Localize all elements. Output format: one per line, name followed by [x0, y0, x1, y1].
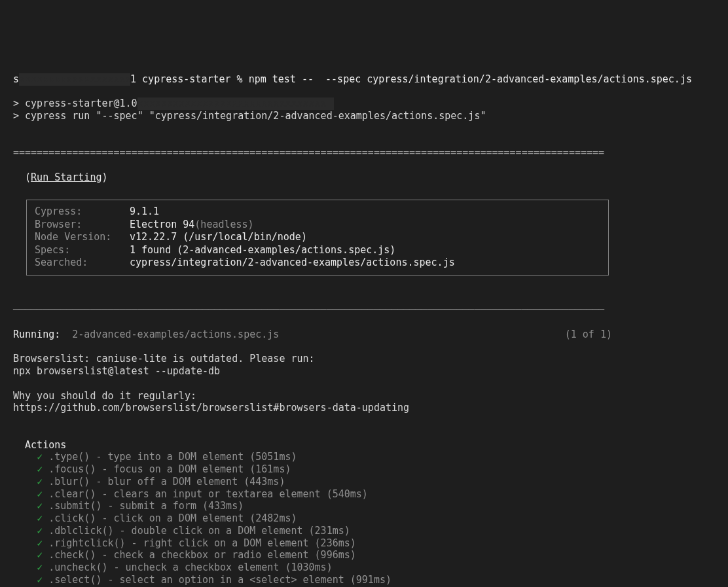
test-result: .click() - click on a DOM element (2482m…: [48, 512, 297, 524]
info-label: Searched:: [35, 257, 130, 270]
info-row-searched: Searched:cypress/integration/2-advanced-…: [35, 257, 600, 270]
run-starting: (Run Starting): [25, 171, 107, 183]
info-label: Cypress:: [35, 205, 130, 219]
checkmark-icon: ✓: [37, 537, 43, 549]
divider-top: ========================================…: [13, 147, 604, 158]
running-label: Running:: [13, 329, 60, 341]
prompt-command: npm test -- --spec cypress/integration/2…: [249, 73, 692, 85]
info-row-browser: Browser:Electron 94 (headless): [35, 219, 600, 232]
info-value: 9.1.1: [130, 205, 159, 219]
divider-mid: ────────────────────────────────────────…: [13, 304, 604, 315]
info-value: v12.22.7 (/usr/local/bin/node): [130, 231, 307, 244]
test-result: .blur() - blur off a DOM element (443ms): [48, 476, 285, 488]
run-starting-label: Run Starting: [31, 171, 101, 183]
test-result: .type() - type into a DOM element (5051m…: [48, 451, 297, 463]
info-label: Node Version:: [35, 231, 130, 244]
info-value: Electron 94: [130, 219, 194, 232]
info-box: Cypress:9.1.1Browser:Electron 94 (headle…: [26, 200, 609, 276]
checkmark-icon: ✓: [37, 561, 43, 573]
info-value: 1 found (2-advanced-examples/actions.spe…: [130, 244, 395, 257]
test-result: .select() - select an option in a <selec…: [48, 574, 391, 586]
info-label: Specs:: [35, 244, 130, 257]
running-count: (1 of 1): [565, 329, 612, 341]
browserslist-line: Browserslist: caniuse-lite is outdated. …: [13, 353, 315, 365]
test-result: .check() - check a checkbox or radio ele…: [48, 549, 356, 561]
info-extra: (headless): [194, 219, 253, 232]
checkmark-icon: ✓: [37, 463, 43, 475]
npm-output-line2: > cypress run "--spec" "cypress/integrat…: [13, 110, 486, 122]
browserslist-line: https://github.com/browserslist/browsers…: [13, 402, 409, 414]
running-file: 2-advanced-examples/actions.spec.js: [72, 329, 279, 341]
redacted-text: xxxxxxxxxxxxxxxxxxx: [19, 73, 130, 86]
test-result: .uncheck() - uncheck a checkbox element …: [48, 561, 332, 573]
checkmark-icon: ✓: [37, 512, 43, 524]
info-label: Browser:: [35, 219, 130, 232]
prompt-dir: 1 cypress-starter: [130, 73, 231, 85]
running-row: Running:2-advanced-examples/actions.spec…: [13, 329, 612, 341]
checkmark-icon: ✓: [37, 549, 43, 561]
checkmark-icon: ✓: [37, 500, 43, 512]
prompt-line: sxxxxxxxxxxxxxxxxxxx1 cypress-starter % …: [13, 73, 692, 85]
test-result: .dblclick() - double click on a DOM elem…: [48, 525, 350, 537]
prompt-sep: %: [237, 73, 243, 85]
checkmark-icon: ✓: [37, 574, 43, 586]
test-result: .rightclick() - right click on a DOM ele…: [48, 537, 356, 549]
test-result: .focus() - focus on a DOM element (161ms…: [48, 463, 291, 475]
info-row-cypress: Cypress:9.1.1: [35, 205, 600, 219]
browserslist-line: npx browserslist@latest --update-db: [13, 365, 220, 377]
test-result: .clear() - clears an input or textarea e…: [48, 488, 368, 500]
suite-name: Actions: [25, 439, 66, 451]
checkmark-icon: ✓: [37, 488, 43, 500]
npm-output-line1: > cypress-starter@1.0xxxxxxxxxxxxxxxxxxx…: [13, 98, 334, 109]
terminal-output: sxxxxxxxxxxxxxxxxxxx1 cypress-starter % …: [13, 61, 715, 587]
checkmark-icon: ✓: [37, 525, 43, 537]
test-result: .submit() - submit a form (433ms): [48, 500, 244, 512]
browserslist-line: Why you should do it regularly:: [13, 390, 196, 402]
info-row-node: Node Version:v12.22.7 (/usr/local/bin/no…: [35, 231, 600, 244]
checkmark-icon: ✓: [37, 451, 43, 463]
prompt-user: s: [13, 73, 19, 85]
checkmark-icon: ✓: [37, 476, 43, 488]
redacted-text: xxxxxxxxxxxxxxxxxxxxxxxxxxxxxxxx: [137, 98, 334, 110]
info-value: cypress/integration/2-advanced-examples/…: [130, 257, 455, 270]
info-row-specs: Specs:1 found (2-advanced-examples/actio…: [35, 244, 600, 257]
